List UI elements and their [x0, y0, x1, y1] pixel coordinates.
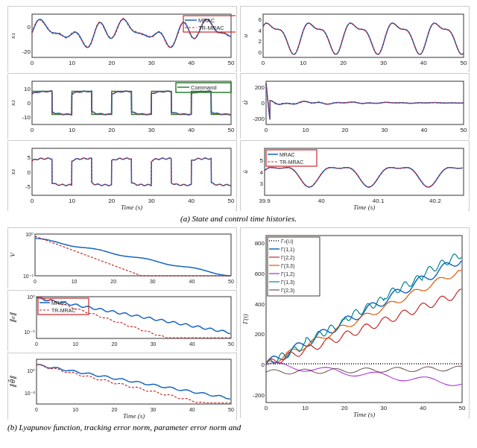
right-plots [240, 6, 470, 211]
caption-bottom: (b) Lyapunov function, tracking error no… [7, 423, 470, 432]
left-plots [7, 6, 237, 211]
page: (a) State and control time histories. (b… [0, 0, 477, 438]
e-plot [7, 290, 237, 351]
bottom-section [7, 227, 470, 420]
u-plot [240, 6, 470, 72]
x1-plot [7, 6, 237, 72]
udot-plot [240, 73, 470, 139]
gamma-plot [240, 227, 470, 418]
top-section [7, 6, 470, 211]
bottom-left-plots [7, 227, 237, 420]
gamma-plot-container [240, 227, 470, 420]
caption-top: (a) State and control time histories. [7, 214, 470, 223]
V-plot [7, 227, 237, 288]
x2-plot [7, 73, 237, 139]
uzoom-plot [240, 140, 470, 211]
x3-plot [7, 140, 237, 211]
theta-plot [7, 353, 237, 420]
